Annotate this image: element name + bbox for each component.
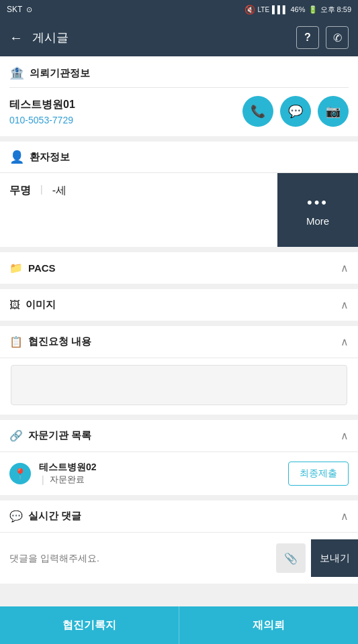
comment-title: 실시간 댓글 <box>28 510 81 523</box>
image-section: 🖼 이미지 <box>0 289 358 321</box>
re-consult-button[interactable]: 재의뢰 <box>179 606 358 644</box>
image-header[interactable]: 🖼 이미지 <box>0 289 358 321</box>
status-bar: SKT ⊙ 🔇 LTE ▌▌▌ 46% 🔋 오후 8:59 <box>0 0 358 19</box>
advisory-section: 🔗 자문기관 목록 📍 테스트병원02 | 자문완료 최종제출 <box>0 420 358 495</box>
consult-header-left: 📋 협진요청 내용 <box>9 335 91 348</box>
institution-info: 테스트병원01 010-5053-7729 <box>9 98 75 125</box>
institution-name: 테스트병원01 <box>9 98 75 112</box>
image-chevron-icon <box>341 299 349 311</box>
advisory-info: 테스트병원02 | 자문완료 <box>39 462 280 486</box>
consult-title: 협진요청 내용 <box>28 335 91 348</box>
comment-input[interactable] <box>9 549 271 568</box>
page-title: 게시글 <box>32 30 69 46</box>
chat-button[interactable]: 💬 <box>280 96 311 127</box>
more-button[interactable]: ••• More <box>277 173 358 247</box>
network-label: LTE <box>258 6 270 13</box>
status-right: 🔇 LTE ▌▌▌ 46% 🔋 오후 8:59 <box>244 5 352 15</box>
patient-info: 무명 | -세 <box>0 173 277 247</box>
institution-icon: 🏦 <box>9 66 24 80</box>
advisory-header[interactable]: 🔗 자문기관 목록 <box>0 420 358 451</box>
call-icon: ✆ <box>333 32 342 44</box>
content: 🏦 의뢰기관정보 테스트병원01 010-5053-7729 📞 💬 📷 <box>0 56 358 627</box>
advisory-chevron-icon <box>341 429 349 442</box>
advisory-icon: 🔗 <box>9 429 23 442</box>
location-icon: 📍 <box>13 468 27 480</box>
more-label: More <box>306 215 329 227</box>
patient-divider: | <box>40 184 43 195</box>
battery-icon: 🔋 <box>308 5 318 14</box>
header-right: ? ✆ <box>296 26 349 49</box>
consult-record-button[interactable]: 협진기록지 <box>0 606 179 644</box>
comment-chevron-icon <box>341 510 349 523</box>
consult-content <box>0 358 358 415</box>
consult-icon: 📋 <box>9 335 23 348</box>
patient-name: 무명 <box>9 184 31 198</box>
comment-icon: 💬 <box>9 510 23 523</box>
battery-level: 46% <box>291 5 306 13</box>
advisory-title: 자문기관 목록 <box>28 429 91 442</box>
signal-bars: ▌▌▌ <box>272 5 287 13</box>
mute-icon: 🔇 <box>244 5 255 15</box>
advisory-item: 📍 테스트병원02 | 자문완료 최종제출 <box>0 451 358 495</box>
bottom-bar: 협진기록지 재의뢰 <box>0 606 358 644</box>
video-button[interactable]: 📷 <box>318 96 349 127</box>
chat-icon: 💬 <box>288 104 303 119</box>
consult-header[interactable]: 📋 협진요청 내용 <box>0 326 358 358</box>
carrier-label: SKT <box>7 5 22 14</box>
pacs-header-left: 📁 PACS <box>9 262 56 274</box>
advisory-header-left: 🔗 자문기관 목록 <box>9 429 91 442</box>
header-left: ← 게시글 <box>9 30 69 46</box>
patient-icon: 👤 <box>9 150 24 164</box>
consult-chevron-icon <box>341 335 349 348</box>
consult-content-placeholder <box>11 365 347 405</box>
comment-header-left: 💬 실시간 댓글 <box>9 510 81 523</box>
status-pipe: | <box>42 474 44 485</box>
advisory-org-name: 테스트병원02 <box>39 462 280 474</box>
patient-body: 무명 | -세 ••• More <box>0 173 358 247</box>
institution-header: 🏦 의뢰기관정보 <box>9 66 349 88</box>
comment-section: 💬 실시간 댓글 📎 보내기 <box>0 500 358 584</box>
comment-header[interactable]: 💬 실시간 댓글 <box>0 500 358 532</box>
image-header-left: 🖼 이미지 <box>9 299 56 311</box>
status-left: SKT ⊙ <box>7 5 32 14</box>
patient-age: -세 <box>52 184 66 198</box>
phone-call-button[interactable]: 📞 <box>242 96 273 127</box>
send-button[interactable]: 보내기 <box>311 539 358 577</box>
pacs-title: PACS <box>28 262 56 274</box>
institution-actions: 📞 💬 📷 <box>242 96 349 127</box>
pacs-header[interactable]: 📁 PACS <box>0 252 358 284</box>
phone-icon: 📞 <box>251 104 265 119</box>
institution-phone[interactable]: 010-5053-7729 <box>9 115 75 125</box>
advisory-status: 자문완료 <box>50 474 85 486</box>
help-button[interactable]: ? <box>296 26 319 49</box>
pacs-section: 📁 PACS <box>0 252 358 284</box>
advisory-org-icon: 📍 <box>9 463 31 484</box>
question-icon: ? <box>304 32 311 44</box>
patient-section-header: 👤 환자정보 <box>0 142 358 173</box>
pacs-icon: 📁 <box>9 262 23 274</box>
image-title: 이미지 <box>26 299 56 311</box>
back-button[interactable]: ← <box>9 30 23 46</box>
header: ← 게시글 ? ✆ <box>0 19 358 56</box>
carrier-icon: ⊙ <box>26 5 32 14</box>
institution-body: 테스트병원01 010-5053-7729 📞 💬 📷 <box>9 96 349 127</box>
call-button[interactable]: ✆ <box>326 26 349 49</box>
comment-input-area: 📎 보내기 <box>0 532 358 584</box>
patient-section: 👤 환자정보 무명 | -세 ••• More <box>0 142 358 247</box>
more-dots-icon: ••• <box>307 194 328 211</box>
consult-section: 📋 협진요청 내용 <box>0 326 358 415</box>
image-icon: 🖼 <box>9 299 20 311</box>
attach-button[interactable]: 📎 <box>276 543 306 573</box>
institution-section-title: 의뢰기관정보 <box>30 67 90 80</box>
advisory-status-line: | 자문완료 <box>39 474 280 486</box>
patient-section-title: 환자정보 <box>30 151 70 164</box>
time-label: 오후 8:59 <box>320 5 351 15</box>
final-submit-button[interactable]: 최종제출 <box>288 462 349 486</box>
attach-icon: 📎 <box>284 552 298 565</box>
pacs-chevron-icon <box>341 262 349 274</box>
video-icon: 📷 <box>326 104 341 119</box>
institution-section: 🏦 의뢰기관정보 테스트병원01 010-5053-7729 📞 💬 📷 <box>0 56 358 136</box>
